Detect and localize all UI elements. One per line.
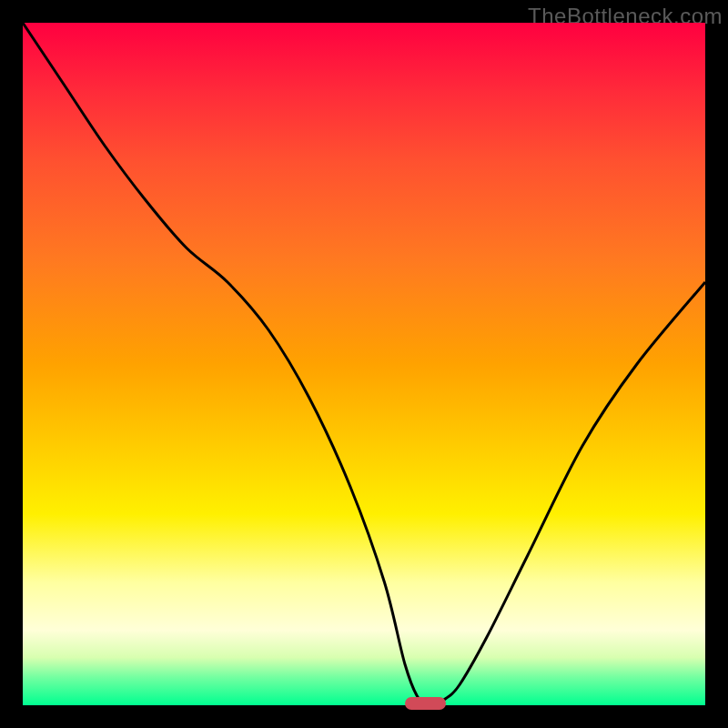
bottleneck-curve-path [23,23,705,705]
curve-svg [23,23,705,705]
optimal-marker [405,697,446,710]
chart-frame: TheBottleneck.com [0,0,728,728]
plot-area [23,23,705,705]
